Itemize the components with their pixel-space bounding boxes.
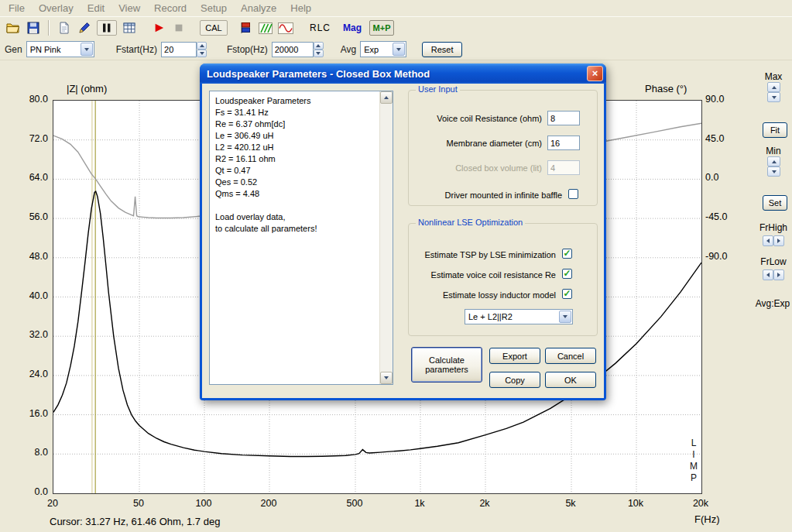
- parameter-line: Re = 6.37 ohm[dc]: [215, 118, 374, 130]
- lse-optimization-group: Nonlinear LSE Optimization Estimate TSP …: [408, 223, 598, 336]
- min-spinner[interactable]: [767, 156, 780, 177]
- rlc-button[interactable]: RLC: [310, 22, 331, 33]
- membrane-diameter-input[interactable]: [547, 136, 580, 150]
- close-icon: ×: [592, 67, 598, 79]
- menu-item-view[interactable]: View: [111, 0, 147, 16]
- estimate-re-checkbox[interactable]: ✓: [562, 269, 572, 279]
- fit-button[interactable]: Fit: [763, 122, 787, 138]
- frequency-tick-label: 500: [339, 498, 370, 509]
- reset-button[interactable]: Reset: [422, 42, 462, 57]
- mag-button[interactable]: Mag: [343, 22, 362, 33]
- dual-flag-button[interactable]: [235, 19, 255, 37]
- parameter-line: Fs = 31.41 Hz: [215, 107, 374, 118]
- save-button[interactable]: [23, 19, 43, 37]
- menu-item-analyze[interactable]: Analyze: [234, 0, 283, 16]
- parameters-textbox[interactable]: Loudspeaker ParametersFs = 31.41 HzRe = …: [209, 91, 393, 385]
- impedance-tick-label: 0.0: [15, 486, 48, 497]
- estimate-tsp-checkbox[interactable]: ✓: [562, 249, 572, 259]
- menu-item-record[interactable]: Record: [147, 0, 194, 16]
- phase-tick-label: 90.0: [705, 94, 739, 105]
- green-hatch-icon: [259, 22, 273, 34]
- mag-phase-button[interactable]: M+P: [369, 20, 394, 36]
- fstop-label: Fstop(Hz): [227, 44, 268, 55]
- chevron-down-icon[interactable]: [81, 43, 93, 56]
- avg-select[interactable]: Exp: [360, 41, 406, 57]
- frhigh-arrows[interactable]: [763, 235, 784, 246]
- closed-box-volume-input: [547, 160, 580, 175]
- export-button[interactable]: Export: [489, 348, 540, 364]
- parameter-line: Qes = 0.52: [215, 177, 374, 188]
- record-stop-button[interactable]: [169, 19, 189, 37]
- phase-tick-label: -90.0: [705, 251, 739, 262]
- stop-icon: [173, 22, 184, 33]
- impedance-tick-label: 8.0: [15, 447, 48, 458]
- parameters-text: Loudspeaker ParametersFs = 31.41 HzRe = …: [210, 91, 379, 384]
- parameter-line: Qms = 4.48: [215, 188, 374, 200]
- fstart-label: Fstart(Hz): [116, 44, 157, 55]
- fstop-spinner[interactable]: [314, 42, 324, 57]
- menu-item-file[interactable]: File: [2, 0, 32, 16]
- cancel-button[interactable]: Cancel: [545, 348, 596, 364]
- pen-edit-button[interactable]: [74, 19, 94, 37]
- dialog-titlebar[interactable]: Loudspeaker Parameters - Closed Box Meth…: [200, 63, 606, 84]
- scroll-up-button[interactable]: [380, 91, 393, 104]
- params-scrollbar[interactable]: [379, 91, 393, 384]
- infinite-baffle-checkbox[interactable]: [568, 189, 578, 199]
- estimate-inductor-checkbox[interactable]: ✓: [562, 289, 572, 299]
- spectrum-button[interactable]: [255, 19, 276, 37]
- menu-bar: FileOverlayEditViewRecordSetupAnalyzeHel…: [0, 0, 792, 16]
- toolbar: CAL RLC Mag M+P: [0, 16, 792, 39]
- record-start-button[interactable]: [149, 19, 169, 37]
- voice-coil-resistance-input[interactable]: [547, 111, 580, 125]
- infinite-baffle-label: Driver mounted in infinite baffle: [409, 190, 562, 200]
- parameter-line: Load overlay data,: [215, 211, 374, 223]
- chevron-down-icon[interactable]: [393, 43, 405, 56]
- parameter-line: to calculate all parameters!: [215, 223, 374, 235]
- estimate-re-label: Estimate voice coil resistance Re: [409, 270, 556, 280]
- fstart-input[interactable]: [161, 42, 197, 57]
- menu-item-edit[interactable]: Edit: [81, 0, 111, 16]
- avg-select-value: Exp: [364, 45, 379, 54]
- copy-button-label: Copy: [505, 376, 525, 385]
- copy-button[interactable]: Copy: [489, 372, 540, 388]
- fstart-spinner[interactable]: [197, 42, 207, 57]
- inductor-model-select[interactable]: Le + L2||R2: [465, 309, 573, 324]
- chevron-down-icon[interactable]: [559, 311, 571, 323]
- fstop-input[interactable]: [272, 42, 314, 57]
- table-icon: [123, 22, 135, 33]
- scroll-down-button[interactable]: [380, 372, 393, 384]
- gen-select[interactable]: PN Pink: [26, 41, 94, 57]
- table-button[interactable]: [119, 19, 139, 37]
- frequency-tick-label: 100: [188, 498, 219, 509]
- pause-button[interactable]: [97, 20, 117, 36]
- impedance-tick-label: 48.0: [15, 251, 48, 262]
- ok-button[interactable]: OK: [545, 372, 596, 388]
- parameter-line: Qt = 0.47: [215, 165, 374, 177]
- set-button[interactable]: Set: [763, 195, 787, 211]
- play-icon: [153, 22, 164, 33]
- frlow-arrows[interactable]: [763, 269, 784, 280]
- inductor-model-value: Le + L2||R2: [468, 312, 513, 321]
- impedance-tick-label: 80.0: [15, 94, 48, 105]
- overlay-document-button[interactable]: [54, 19, 74, 37]
- frlow-label: FrLow: [755, 256, 792, 267]
- calculate-parameters-button[interactable]: Calculate parameters: [411, 347, 482, 383]
- avg-label: Avg: [341, 44, 356, 55]
- gen-label: Gen: [5, 44, 22, 55]
- frequency-tick-label: 5k: [555, 498, 586, 509]
- frequency-tick-label: 20: [37, 498, 68, 509]
- voice-coil-resistance-label: Voice coil Resistance (ohm): [409, 114, 542, 123]
- menu-item-help[interactable]: Help: [283, 0, 318, 16]
- close-button[interactable]: ×: [587, 66, 603, 81]
- export-button-label: Export: [502, 352, 527, 361]
- signal-generator-button[interactable]: [276, 19, 296, 37]
- menu-item-setup[interactable]: Setup: [194, 0, 234, 16]
- set-button-label: Set: [769, 198, 782, 208]
- cal-button[interactable]: CAL: [200, 20, 228, 36]
- max-spinner[interactable]: [767, 82, 780, 102]
- gen-select-value: PN Pink: [30, 45, 61, 54]
- loudspeaker-parameters-dialog: Loudspeaker Parameters - Closed Box Meth…: [200, 63, 606, 400]
- open-button[interactable]: [3, 19, 23, 37]
- menu-item-overlay[interactable]: Overlay: [32, 0, 81, 16]
- user-input-group: User Input Voice coil Resistance (ohm) M…: [408, 90, 598, 206]
